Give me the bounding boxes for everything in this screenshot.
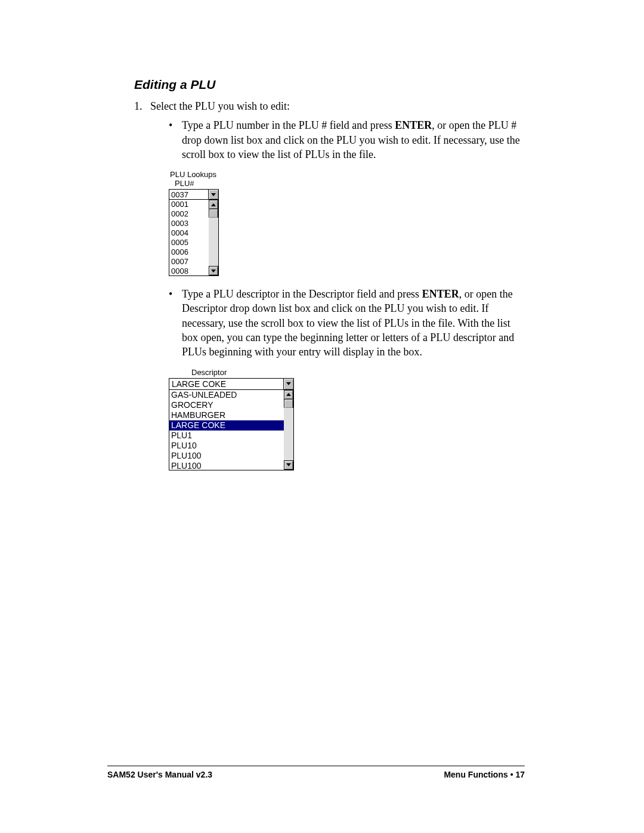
step-number: 1. xyxy=(134,100,143,112)
bullet-icon: • xyxy=(169,287,182,359)
list-item[interactable]: 0003 xyxy=(171,219,207,228)
bullet-icon: • xyxy=(169,118,182,162)
list-item[interactable]: GROCERY xyxy=(171,400,282,410)
plu-number-label: PLU# xyxy=(169,179,219,188)
bullet1-text-a: Type a PLU number in the PLU # field and… xyxy=(182,119,395,131)
bullet-item: • Type a PLU number in the PLU # field a… xyxy=(169,118,528,162)
list-item[interactable]: PLU1 xyxy=(171,431,282,441)
page-footer: SAM52 User's Manual v2.3 Menu Functions … xyxy=(107,766,525,779)
chevron-down-icon xyxy=(286,463,291,466)
list-item[interactable]: PLU10 xyxy=(171,441,282,451)
descriptor-dropdown-button[interactable] xyxy=(283,379,293,389)
chevron-up-icon xyxy=(286,393,291,396)
footer-page-number: 17 xyxy=(513,770,525,779)
section-heading: Editing a PLU xyxy=(134,78,528,92)
list-item[interactable]: HAMBURGER xyxy=(171,410,282,420)
list-item[interactable]: 0008 xyxy=(171,267,207,275)
list-item-selected[interactable]: LARGE COKE xyxy=(169,420,284,431)
step-1: 1. Select the PLU you wish to edit: xyxy=(134,99,528,113)
chevron-down-icon xyxy=(211,270,216,272)
chevron-up-icon xyxy=(211,203,216,206)
scroll-down-button[interactable] xyxy=(284,460,293,470)
list-item[interactable]: GAS-UNLEADED xyxy=(171,390,282,400)
list-item[interactable]: 0001 xyxy=(171,200,207,209)
step-text: Select the PLU you wish to edit: xyxy=(150,100,290,112)
scroll-thumb[interactable] xyxy=(284,400,293,408)
footer-section: Menu Functions xyxy=(444,770,510,779)
scroll-down-button[interactable] xyxy=(209,266,218,275)
descriptor-widget: Descriptor LARGE COKE GAS-UNLEADED GROCE… xyxy=(169,368,294,470)
list-item[interactable]: PLU100 xyxy=(171,451,282,461)
plu-listbox[interactable]: 0001 0002 0003 0004 0005 0006 0007 0008 xyxy=(169,200,219,276)
enter-key-label: ENTER xyxy=(422,288,459,300)
scroll-up-button[interactable] xyxy=(284,390,293,400)
bullet2-text-a: Type a PLU descriptor in the Descriptor … xyxy=(182,288,422,300)
plu-list-items[interactable]: 0001 0002 0003 0004 0005 0006 0007 0008 xyxy=(169,200,209,275)
list-item[interactable]: 0002 xyxy=(171,209,207,219)
plu-lookups-widget: PLU Lookups PLU# 0037 0001 0002 0003 000… xyxy=(169,170,219,276)
list-item[interactable]: 0006 xyxy=(171,247,207,257)
chevron-down-icon xyxy=(286,382,291,385)
footer-right: Menu Functions • 17 xyxy=(444,770,525,779)
bullet-item: • Type a PLU descriptor in the Descripto… xyxy=(169,287,528,359)
descriptor-combobox-value[interactable]: LARGE COKE xyxy=(169,379,283,389)
list-item[interactable]: 0007 xyxy=(171,257,207,267)
plu-scrollbar[interactable] xyxy=(209,200,218,275)
footer-left: SAM52 User's Manual v2.3 xyxy=(107,770,212,779)
descriptor-list-items[interactable]: GAS-UNLEADED GROCERY HAMBURGER LARGE COK… xyxy=(169,390,284,470)
descriptor-label: Descriptor xyxy=(169,368,294,377)
list-item[interactable]: 0005 xyxy=(171,238,207,247)
plu-combobox[interactable]: 0037 xyxy=(169,189,219,200)
descriptor-combobox[interactable]: LARGE COKE xyxy=(169,378,294,390)
list-item[interactable]: PLU100 xyxy=(171,461,282,470)
list-item[interactable]: 0004 xyxy=(171,228,207,238)
scroll-thumb[interactable] xyxy=(209,209,218,218)
plu-dropdown-button[interactable] xyxy=(208,190,218,199)
descriptor-scrollbar[interactable] xyxy=(284,390,293,470)
chevron-down-icon xyxy=(211,193,216,196)
plu-combobox-value[interactable]: 0037 xyxy=(169,190,208,199)
descriptor-listbox[interactable]: GAS-UNLEADED GROCERY HAMBURGER LARGE COK… xyxy=(169,390,294,470)
enter-key-label: ENTER xyxy=(395,119,432,131)
plu-lookups-title: PLU Lookups xyxy=(169,170,219,179)
scroll-up-button[interactable] xyxy=(209,200,218,209)
